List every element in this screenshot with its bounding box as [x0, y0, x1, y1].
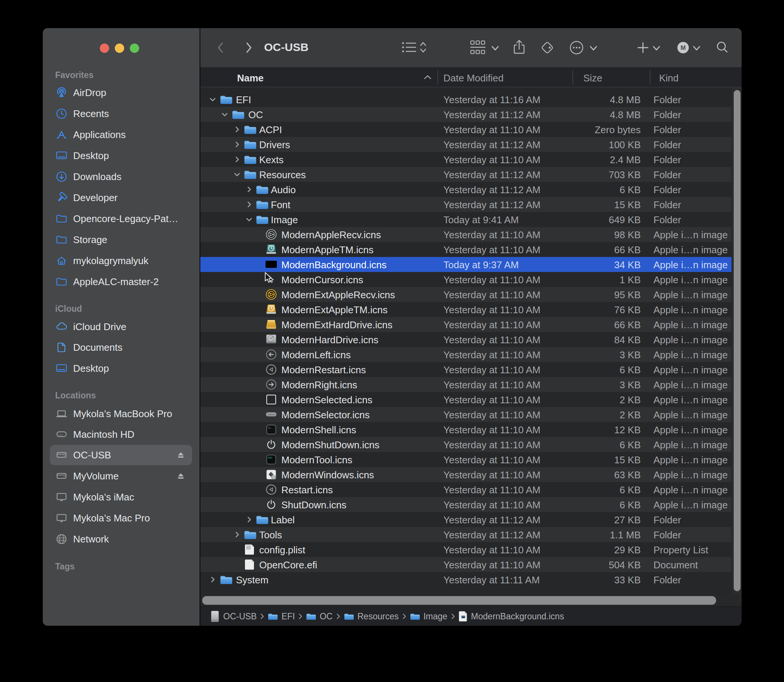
svg-text:Continue: Continue	[268, 414, 275, 416]
svg-text:EXEC: EXEC	[268, 457, 272, 459]
svg-text:>-: >-	[268, 427, 271, 430]
svg-text:M: M	[680, 44, 686, 51]
